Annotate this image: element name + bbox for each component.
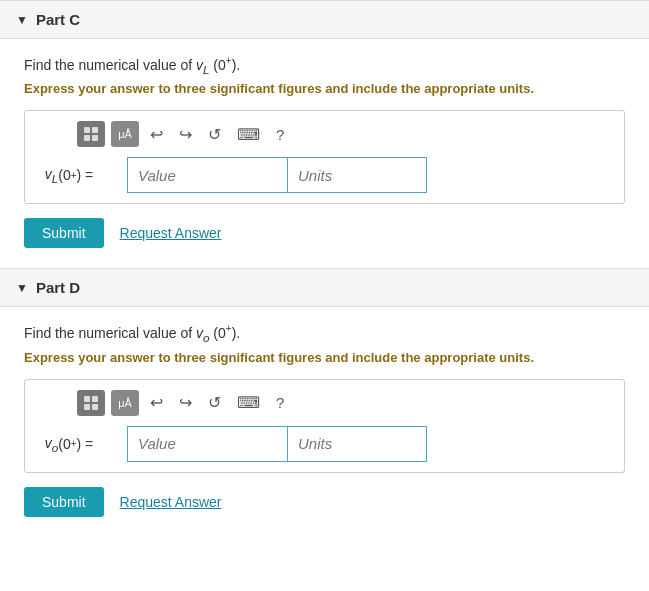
- undo-button-part-c[interactable]: ↩: [145, 123, 168, 146]
- find-text-part-d: Find the numerical value of vo (0+).: [24, 323, 625, 343]
- action-row-part-d: Submit Request Answer: [24, 487, 625, 517]
- section-title-part-d: Part D: [36, 279, 80, 296]
- units-input-part-c[interactable]: [287, 157, 427, 193]
- toggle-arrow-part-d[interactable]: ▼: [16, 281, 28, 295]
- request-answer-button-part-c[interactable]: Request Answer: [120, 225, 222, 241]
- mu-button-part-c[interactable]: μÅ: [111, 121, 139, 147]
- toolbar-part-d: μÅ ↩ ↪ ↺ ⌨ ?: [37, 390, 612, 416]
- keyboard-button-part-d[interactable]: ⌨: [232, 391, 265, 414]
- mu-button-part-d[interactable]: μÅ: [111, 390, 139, 416]
- submit-button-part-d[interactable]: Submit: [24, 487, 104, 517]
- instruction-part-d: Express your answer to three significant…: [24, 350, 625, 365]
- input-box-part-c: μÅ ↩ ↪ ↺ ⌨ ? vL (0+) =: [24, 110, 625, 204]
- svg-rect-4: [84, 396, 90, 402]
- refresh-button-part-d[interactable]: ↺: [203, 391, 226, 414]
- help-button-part-d[interactable]: ?: [271, 392, 289, 413]
- svg-rect-6: [84, 404, 90, 410]
- grid-button-part-c[interactable]: [77, 121, 105, 147]
- find-text-part-c: Find the numerical value of vL (0+).: [24, 55, 625, 75]
- section-part-d: ▼ Part D Find the numerical value of vo …: [0, 268, 649, 536]
- section-title-part-c: Part C: [36, 11, 80, 28]
- instruction-part-c: Express your answer to three significant…: [24, 81, 625, 96]
- redo-button-part-c[interactable]: ↪: [174, 123, 197, 146]
- svg-rect-5: [92, 396, 98, 402]
- submit-button-part-c[interactable]: Submit: [24, 218, 104, 248]
- svg-rect-2: [84, 135, 90, 141]
- keyboard-button-part-c[interactable]: ⌨: [232, 123, 265, 146]
- section-body-part-d: Find the numerical value of vo (0+). Exp…: [0, 307, 649, 536]
- value-input-part-d[interactable]: [127, 426, 287, 462]
- toolbar-part-c: μÅ ↩ ↪ ↺ ⌨ ?: [37, 121, 612, 147]
- help-button-part-c[interactable]: ?: [271, 124, 289, 145]
- units-input-part-d[interactable]: [287, 426, 427, 462]
- action-row-part-c: Submit Request Answer: [24, 218, 625, 248]
- section-part-c: ▼ Part C Find the numerical value of vL …: [0, 0, 649, 268]
- input-row-part-c: vL (0+) =: [37, 157, 612, 193]
- undo-button-part-d[interactable]: ↩: [145, 391, 168, 414]
- grid-button-part-d[interactable]: [77, 390, 105, 416]
- refresh-button-part-c[interactable]: ↺: [203, 123, 226, 146]
- redo-button-part-d[interactable]: ↪: [174, 391, 197, 414]
- svg-rect-1: [92, 127, 98, 133]
- value-input-part-c[interactable]: [127, 157, 287, 193]
- input-box-part-d: μÅ ↩ ↪ ↺ ⌨ ? vo (0+) =: [24, 379, 625, 473]
- input-row-part-d: vo (0+) =: [37, 426, 612, 462]
- section-header-part-c: ▼ Part C: [0, 1, 649, 39]
- request-answer-button-part-d[interactable]: Request Answer: [120, 494, 222, 510]
- grid-icon-part-c: [83, 126, 99, 142]
- svg-rect-7: [92, 404, 98, 410]
- svg-rect-0: [84, 127, 90, 133]
- section-body-part-c: Find the numerical value of vL (0+). Exp…: [0, 39, 649, 268]
- svg-rect-3: [92, 135, 98, 141]
- section-header-part-d: ▼ Part D: [0, 269, 649, 307]
- grid-icon-part-d: [83, 395, 99, 411]
- input-label-part-d: vo (0+) =: [37, 435, 127, 454]
- input-label-part-c: vL (0+) =: [37, 166, 127, 185]
- toggle-arrow-part-c[interactable]: ▼: [16, 13, 28, 27]
